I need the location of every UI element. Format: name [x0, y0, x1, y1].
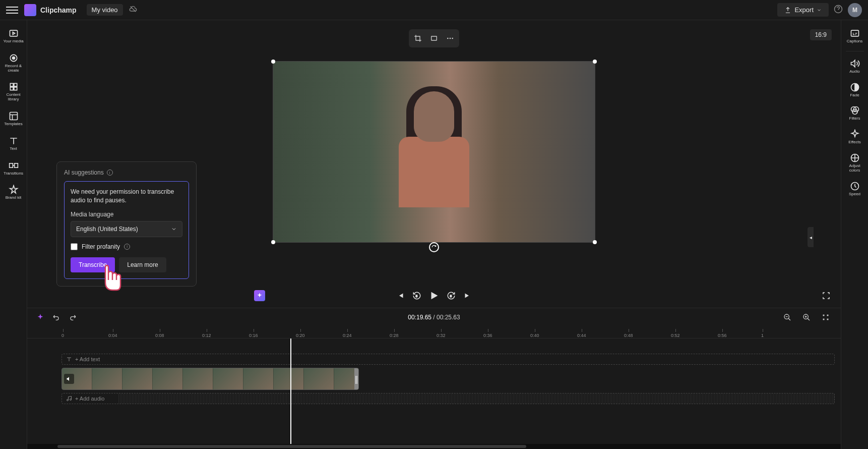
- menu-button[interactable]: [6, 4, 18, 16]
- more-tool[interactable]: [443, 31, 457, 45]
- skip-back-button[interactable]: [396, 291, 405, 300]
- chevron-down-icon: [817, 8, 822, 13]
- library-icon: [9, 82, 19, 92]
- svg-rect-8: [14, 87, 17, 90]
- add-audio-label: + Add audio: [75, 396, 104, 402]
- refresh-icon[interactable]: [429, 242, 439, 252]
- ruler-tick: 1: [761, 333, 764, 338]
- fit-tool[interactable]: [427, 31, 441, 45]
- speed-icon: [850, 181, 860, 191]
- sidebar-transitions[interactable]: Transitions: [2, 156, 26, 180]
- filter-profanity-checkbox[interactable]: Filter profanity i: [71, 243, 182, 250]
- user-avatar[interactable]: M: [848, 3, 862, 17]
- templates-icon: [9, 111, 19, 121]
- language-select[interactable]: English (United States): [71, 221, 182, 237]
- svg-point-14: [450, 38, 451, 39]
- ruler-tick: 0:44: [577, 333, 586, 338]
- ruler-tick: 0:40: [530, 333, 539, 338]
- brand-logo-area[interactable]: Clipchamp: [24, 4, 77, 16]
- playhead[interactable]: [290, 339, 291, 444]
- sidebar-label: Your media: [3, 39, 23, 44]
- sidebar-effects[interactable]: Effects: [843, 125, 867, 149]
- svg-point-4: [12, 57, 15, 59]
- export-label: Export: [794, 6, 814, 14]
- zoom-in-button[interactable]: [799, 310, 814, 324]
- sidebar-label: Text: [10, 147, 17, 151]
- fullscreen-button[interactable]: [822, 291, 831, 300]
- info-icon[interactable]: i: [107, 170, 113, 176]
- text-icon: [66, 356, 72, 362]
- redo-button[interactable]: [66, 310, 80, 324]
- zoom-fit-button[interactable]: [819, 310, 833, 324]
- sidebar-your-media[interactable]: Your media: [2, 24, 26, 48]
- svg-rect-20: [851, 30, 858, 36]
- svg-point-15: [452, 38, 453, 39]
- sidebar-speed[interactable]: Speed: [843, 177, 867, 201]
- svg-rect-5: [10, 84, 13, 87]
- preview-toolbar: [409, 29, 459, 47]
- timeline-scrollbar[interactable]: [27, 444, 841, 449]
- ruler-tick: 0:16: [249, 333, 258, 338]
- text-track[interactable]: + Add text: [61, 354, 835, 365]
- record-icon: [9, 53, 19, 63]
- rewind-button[interactable]: 5: [412, 291, 421, 300]
- info-icon[interactable]: i: [124, 244, 130, 250]
- colors-icon: [850, 153, 860, 163]
- mute-icon[interactable]: [64, 374, 74, 384]
- sidebar-captions[interactable]: Captions: [843, 24, 867, 48]
- clip-trim-handle[interactable]: ‖: [354, 368, 358, 389]
- video-title-input[interactable]: My video: [87, 4, 123, 16]
- sidebar-fade[interactable]: Fade: [843, 78, 867, 102]
- sidebar-label: Adjust colors: [844, 164, 866, 173]
- right-panel-toggle[interactable]: ◂: [808, 227, 814, 247]
- sidebar-filters[interactable]: Filters: [843, 101, 867, 125]
- sidebar-brand-kit[interactable]: Brand kit: [2, 181, 26, 204]
- undo-button[interactable]: [49, 310, 64, 324]
- ai-sparkle-button[interactable]: [254, 290, 265, 301]
- sidebar-label: Brand kit: [6, 196, 22, 200]
- sidebar-adjust-colors[interactable]: Adjust colors: [843, 149, 867, 177]
- learn-more-button[interactable]: Learn more: [119, 257, 166, 272]
- video-clip[interactable]: ‖: [61, 368, 359, 390]
- sidebar-content-library[interactable]: Content library: [2, 78, 26, 106]
- selected-language: English (United States): [76, 226, 138, 233]
- sidebar-label: Fade: [850, 93, 859, 98]
- playback-time: 00:19.65 / 00:25.63: [408, 314, 460, 321]
- sidebar-text[interactable]: Text: [2, 132, 26, 155]
- profanity-label: Filter profanity: [82, 243, 120, 250]
- ai-panel-body: We need your permission to transcribe au…: [71, 188, 182, 205]
- ai-suggestions-panel: AI suggestions i We need your permission…: [56, 161, 197, 287]
- zoom-out-button[interactable]: [780, 310, 794, 324]
- filters-icon: [850, 105, 860, 116]
- sidebar-templates[interactable]: Templates: [2, 107, 26, 131]
- timeline-ai-button[interactable]: [33, 310, 47, 324]
- profanity-checkbox-input[interactable]: [71, 243, 78, 250]
- video-preview-canvas[interactable]: [273, 61, 595, 243]
- scrollbar-thumb[interactable]: [57, 445, 526, 448]
- ruler-tick: 0:28: [390, 333, 399, 338]
- ruler-tick: 0:08: [155, 333, 164, 338]
- sidebar-record-create[interactable]: Record & create: [2, 49, 26, 77]
- crop-tool[interactable]: [411, 31, 425, 45]
- sidebar-label: Filters: [849, 117, 860, 121]
- skip-forward-button[interactable]: [463, 291, 472, 300]
- media-icon: [9, 28, 19, 38]
- svg-rect-9: [10, 112, 17, 120]
- sidebar-audio[interactable]: Audio: [843, 54, 867, 78]
- audio-track[interactable]: + Add audio: [61, 393, 835, 404]
- add-text-label: + Add text: [75, 356, 100, 362]
- export-button[interactable]: Export: [777, 3, 829, 17]
- help-button[interactable]: [834, 5, 843, 16]
- svg-text:5: 5: [450, 295, 452, 298]
- sidebar-label: Transitions: [4, 172, 23, 176]
- ruler-tick: 0:24: [343, 333, 352, 338]
- forward-button[interactable]: 5: [447, 291, 456, 300]
- timeline-ruler[interactable]: 0 0:04 0:08 0:12 0:16 0:20 0:24 0:28 0:3…: [27, 326, 841, 339]
- ruler-tick: 0:32: [437, 333, 446, 338]
- ai-panel-title: AI suggestions: [64, 169, 104, 176]
- aspect-ratio-selector[interactable]: 16:9: [810, 29, 832, 40]
- sidebar-label: Speed: [849, 192, 860, 197]
- transcribe-button[interactable]: Transcribe: [71, 257, 115, 272]
- play-button[interactable]: [428, 290, 440, 301]
- svg-point-13: [447, 38, 449, 39]
